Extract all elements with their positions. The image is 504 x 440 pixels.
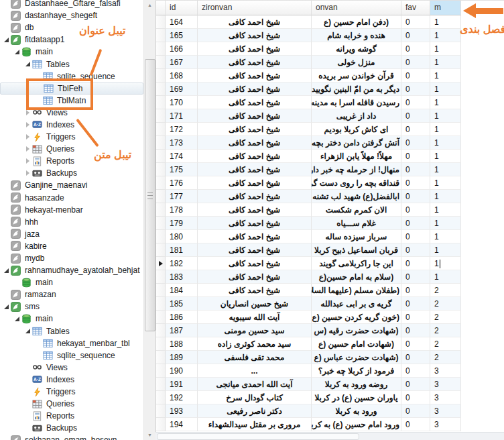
scroll-down-icon[interactable]: ▼ xyxy=(145,430,155,440)
cell-fav-194[interactable]: 0 xyxy=(401,418,430,431)
cell-onvan-193[interactable]: ورود به کربلا xyxy=(312,404,401,418)
column-header-id[interactable]: id xyxy=(166,1,198,15)
cell-id-183[interactable]: 183 xyxy=(166,270,198,284)
tree-item-main[interactable]: main xyxy=(0,46,143,58)
cell-fav-187[interactable]: 0 xyxy=(401,324,430,337)
tree-item-main[interactable]: main xyxy=(0,276,143,288)
row-selector[interactable] xyxy=(156,150,166,163)
cell-fav-186[interactable]: 0 xyxy=(401,311,430,324)
cell-zironvan-183[interactable]: شیخ احمد کافی xyxy=(198,270,312,284)
cell-onvan-188[interactable]: (شهادت امام حسین (ع xyxy=(312,337,401,351)
tree-item-fitdataapp1[interactable]: fitdataapp1 xyxy=(0,34,143,46)
cell-fav-178[interactable]: 0 xyxy=(401,203,430,217)
expand-arrow-icon[interactable] xyxy=(23,155,32,167)
row-selector[interactable] xyxy=(156,243,166,257)
cell-id-172[interactable]: 172 xyxy=(166,123,198,136)
cell-id-171[interactable]: 171 xyxy=(166,109,198,123)
cell-m-170[interactable]: 1 xyxy=(430,96,461,109)
row-selector[interactable] xyxy=(156,136,166,150)
cell-zironvan-175[interactable]: شیخ احمد کافی xyxy=(198,163,312,176)
row-selector[interactable] xyxy=(156,203,166,217)
cell-onvan-166[interactable]: گوشه ویرانه xyxy=(312,42,401,56)
cell-fav-177[interactable]: 0 xyxy=(401,190,430,203)
cell-fav-170[interactable]: 0 xyxy=(401,96,430,109)
tree-scrollbar[interactable]: ▲ ▼ xyxy=(143,0,155,440)
cell-id-184[interactable]: 184 xyxy=(166,284,198,297)
cell-m-190[interactable]: 3 xyxy=(430,364,461,378)
cell-id-189[interactable]: 189 xyxy=(166,351,198,364)
tree-item-reports[interactable]: Reports xyxy=(0,155,143,167)
tree-item-dastanhaee-gftare-falsafi[interactable]: Dastanhaee_Gftare_falsafi xyxy=(0,0,143,9)
row-selector[interactable] xyxy=(156,190,166,203)
cell-zironvan-186[interactable]: آیت الله سیبویه xyxy=(198,311,312,324)
cell-onvan-184[interactable]: (طفلان مسلم (علیهما السلام xyxy=(312,284,401,297)
cell-fav-184[interactable]: 0 xyxy=(401,284,430,297)
cell-m-167[interactable]: 1 xyxy=(430,56,461,69)
cell-id-170[interactable]: 170 xyxy=(166,96,198,109)
cell-fav-188[interactable]: 0 xyxy=(401,337,430,351)
row-selector[interactable] xyxy=(156,364,166,378)
tree-item-queries[interactable]: Queries xyxy=(0,143,143,155)
cell-fav-193[interactable]: 0 xyxy=(401,404,430,418)
tree-item-reports[interactable]: Reports xyxy=(0,410,143,422)
cell-m-192[interactable]: 3 xyxy=(430,391,461,404)
cell-zironvan-181[interactable]: شیخ احمد کافی xyxy=(198,243,312,257)
cell-m-164[interactable]: 1 xyxy=(430,15,461,29)
cell-zironvan-168[interactable]: شیخ احمد کافی xyxy=(198,69,312,82)
tree-item-backups[interactable]: Backups xyxy=(0,422,143,434)
tree-item-sms[interactable]: sms xyxy=(0,300,143,313)
cell-fav-192[interactable]: 0 xyxy=(401,391,430,404)
row-selector[interactable] xyxy=(156,163,166,176)
cell-fav-172[interactable]: 0 xyxy=(401,123,430,136)
expand-arrow-icon[interactable] xyxy=(23,119,32,131)
cell-onvan-169[interactable]: دیگر به من امّ البنین نگویید xyxy=(312,82,401,96)
cell-m-166[interactable]: 1 xyxy=(430,42,461,56)
expand-arrow-icon[interactable] xyxy=(23,107,32,119)
cell-m-187[interactable]: 2 xyxy=(430,324,461,337)
collapse-arrow-icon[interactable] xyxy=(12,46,21,58)
cell-fav-191[interactable]: 0 xyxy=(401,378,430,391)
tree-item-jaza[interactable]: jaza xyxy=(0,228,143,240)
cell-zironvan-178[interactable]: شیخ احمد کافی xyxy=(198,203,312,217)
cell-zironvan-170[interactable]: شیخ احمد کافی xyxy=(198,96,312,109)
tree-item-sqlite-sequence[interactable]: sqlite_sequence xyxy=(0,349,143,362)
cell-onvan-179[interactable]: غلام ســـیاه xyxy=(312,217,401,230)
cell-fav-175[interactable]: 0 xyxy=(401,163,430,176)
row-selector[interactable] xyxy=(156,29,166,42)
cell-onvan-171[interactable]: داد از غریبی xyxy=(312,109,401,123)
cell-m-176[interactable]: 1 xyxy=(430,176,461,190)
cell-fav-179[interactable]: 0 xyxy=(401,217,430,230)
cell-id-191[interactable]: 191 xyxy=(166,378,198,391)
cell-zironvan-171[interactable]: شیخ احمد کافی xyxy=(198,109,312,123)
cell-fav-164[interactable]: 0 xyxy=(401,15,430,29)
cell-onvan-185[interactable]: گریه ی بر ابی عبدالله xyxy=(312,297,401,311)
row-selector[interactable] xyxy=(156,42,166,56)
cell-m-178[interactable]: 1 xyxy=(430,203,461,217)
cell-onvan-177[interactable]: ابالفضل(ع) شهید لب تشنه xyxy=(312,190,401,203)
cell-id-180[interactable]: 180 xyxy=(166,230,198,243)
row-selector[interactable] xyxy=(156,109,166,123)
cell-zironvan-191[interactable]: آیت الله احمدی میانجی xyxy=(198,378,312,391)
tree-item-mydb[interactable]: mydb xyxy=(0,252,143,264)
row-selector[interactable] xyxy=(156,270,166,284)
row-selector[interactable] xyxy=(156,351,166,364)
row-selector[interactable] xyxy=(156,230,166,243)
tree-item-tables[interactable]: Tables xyxy=(0,325,143,337)
cell-zironvan-166[interactable]: شیخ احمد کافی xyxy=(198,42,312,56)
cell-zironvan-192[interactable]: کتاب گودال سرخ xyxy=(198,391,312,404)
tree-item-triggers[interactable]: Triggers xyxy=(0,131,143,143)
cell-onvan-174[interactable]: مهلاً! مهلاً یابن الزهراء xyxy=(312,150,401,163)
tree-item-db[interactable]: db xyxy=(0,21,143,34)
cell-onvan-176[interactable]: قنداقه بچه را روی دست گرفت xyxy=(312,176,401,190)
collapse-arrow-icon[interactable] xyxy=(23,58,32,70)
cell-m-165[interactable]: 1 xyxy=(430,29,461,42)
tree-item-indexes[interactable]: A·ZIndexes xyxy=(0,374,143,386)
cell-zironvan-174[interactable]: شیخ احمد کافی xyxy=(198,150,312,163)
cell-zironvan-176[interactable]: شیخ احمد کافی xyxy=(198,176,312,190)
cell-id-182[interactable]: 182 xyxy=(166,257,198,270)
row-selector[interactable] xyxy=(156,56,166,69)
cell-id-193[interactable]: 193 xyxy=(166,404,198,418)
tree-item-views[interactable]: Views xyxy=(0,107,143,119)
cell-onvan-189[interactable]: (شهادت حضرت عباس (ع xyxy=(312,351,401,364)
row-selector[interactable] xyxy=(156,324,166,337)
